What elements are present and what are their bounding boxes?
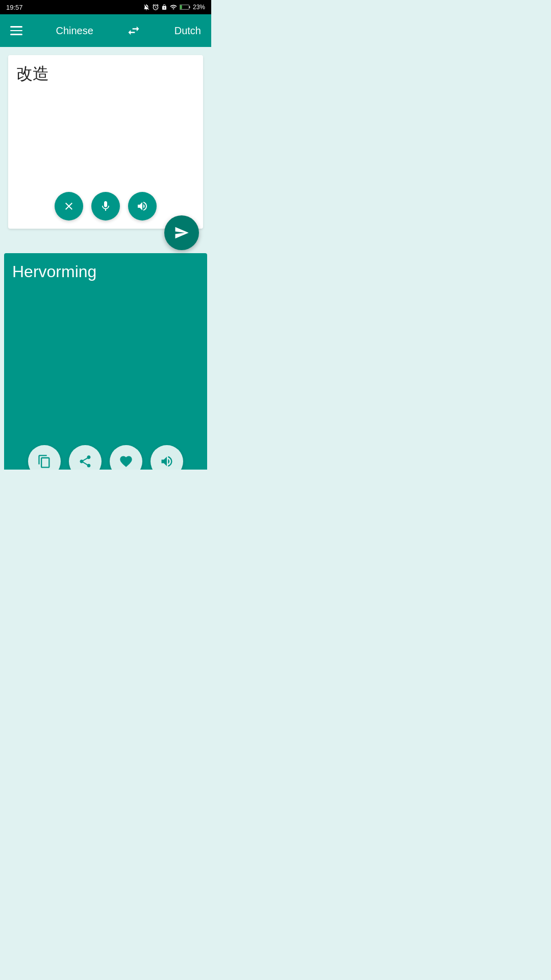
menu-button[interactable] [10,26,22,35]
favorite-button[interactable] [110,445,142,470]
output-text: Hervorming [12,261,199,283]
panels-container: 改造 [0,47,211,470]
volume-output-icon [160,454,174,469]
speak-input-button[interactable] [128,192,157,220]
signal-icon [169,4,178,11]
input-text[interactable]: 改造 [16,63,195,85]
input-panel-wrapper: 改造 [4,51,207,233]
microphone-icon [99,200,112,212]
microphone-button[interactable] [91,192,120,220]
notification-icon [143,4,150,11]
lock-icon [161,4,167,11]
status-icons: 23% [143,4,205,11]
svg-rect-1 [189,6,190,8]
input-panel[interactable]: 改造 [8,55,203,229]
target-language[interactable]: Dutch [174,25,201,37]
battery-icon [180,4,191,10]
speak-output-button[interactable] [151,445,183,470]
status-time: 19:57 [6,4,23,11]
battery-percent: 23% [193,4,205,11]
input-actions [55,192,157,220]
alarm-icon [152,4,159,11]
copy-icon [37,454,52,469]
translate-button[interactable] [164,215,199,250]
send-icon [174,225,189,240]
header: Chinese Dutch [0,14,211,47]
clear-button[interactable] [55,192,83,220]
share-button[interactable] [69,445,102,470]
output-actions [28,445,183,470]
share-icon [78,454,92,469]
status-bar: 19:57 23% [0,0,211,14]
copy-button[interactable] [28,445,61,470]
heart-icon [119,454,133,469]
swap-languages-button[interactable] [127,23,141,38]
swap-icon [127,23,141,38]
volume-icon [136,200,148,212]
svg-rect-2 [180,5,182,9]
source-language[interactable]: Chinese [56,25,93,37]
output-panel: Hervorming [4,253,207,470]
close-icon [63,200,75,212]
